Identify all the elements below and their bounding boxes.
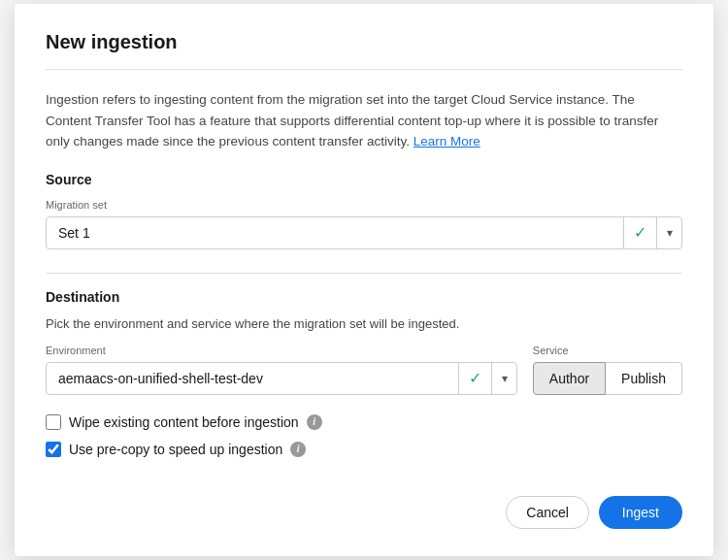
migration-set-icons: ✓ ▾ (623, 216, 682, 249)
destination-section-title: Destination (46, 289, 682, 305)
service-label: Service (533, 345, 682, 356)
cancel-button[interactable]: Cancel (506, 496, 589, 529)
publish-button[interactable]: Publish (606, 362, 682, 395)
service-field: Service Author Publish (533, 345, 682, 395)
environment-input[interactable] (46, 362, 517, 395)
migration-set-label: Migration set (46, 199, 682, 211)
modal-description: Ingestion refers to ingesting content fr… (46, 89, 682, 152)
migration-set-input[interactable] (46, 216, 682, 249)
migration-set-check-icon: ✓ (624, 223, 656, 242)
precopy-row: Use pre-copy to speed up ingestion i (46, 442, 682, 457)
environment-chevron-icon[interactable]: ▾ (491, 362, 517, 395)
modal-title: New ingestion (46, 31, 682, 70)
destination-description: Pick the environment and service where t… (46, 316, 682, 331)
wipe-existing-row: Wipe existing content before ingestion i (46, 414, 682, 430)
service-buttons: Author Publish (533, 362, 682, 395)
footer-buttons: Cancel Ingest (46, 480, 682, 529)
wipe-existing-info-icon[interactable]: i (307, 414, 322, 430)
wipe-existing-label: Wipe existing content before ingestion (69, 414, 299, 430)
ingest-button[interactable]: Ingest (599, 496, 682, 529)
environment-label: Environment (46, 345, 517, 356)
section-divider (46, 273, 682, 274)
precopy-checkbox[interactable] (46, 442, 61, 457)
environment-field: Environment ✓ ▾ (46, 345, 517, 395)
environment-select-wrapper: ✓ ▾ (46, 362, 517, 395)
environment-check-icon: ✓ (459, 369, 491, 387)
migration-set-chevron-icon[interactable]: ▾ (656, 216, 682, 249)
migration-set-select-wrapper: ✓ ▾ (46, 216, 682, 249)
env-service-row: Environment ✓ ▾ Service Author Publish (46, 345, 682, 395)
source-section-title: Source (46, 172, 682, 187)
source-section: Source Migration set ✓ ▾ (46, 172, 682, 249)
precopy-label: Use pre-copy to speed up ingestion (69, 442, 282, 457)
environment-select-icons: ✓ ▾ (458, 362, 517, 395)
learn-more-link[interactable]: Learn More (414, 134, 480, 148)
precopy-info-icon[interactable]: i (290, 442, 306, 457)
new-ingestion-modal: New ingestion Ingestion refers to ingest… (15, 4, 713, 556)
destination-section: Destination Pick the environment and ser… (46, 289, 682, 395)
author-button[interactable]: Author (533, 362, 606, 395)
wipe-existing-checkbox[interactable] (46, 414, 61, 430)
